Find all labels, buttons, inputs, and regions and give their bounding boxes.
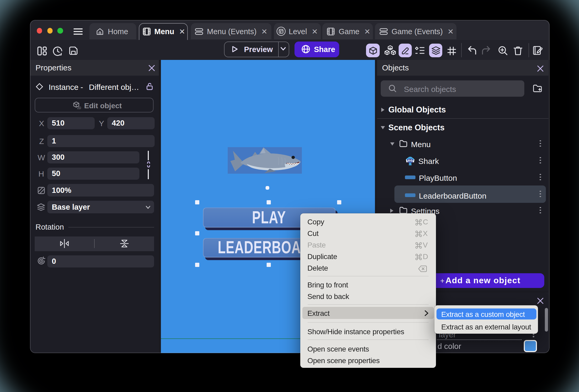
svg-text:2D: 2D xyxy=(77,106,81,109)
